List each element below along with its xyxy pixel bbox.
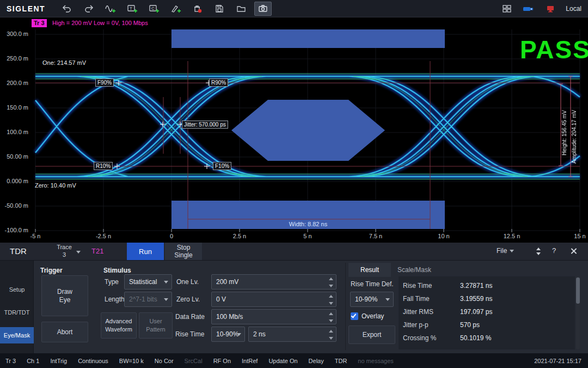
tab-eye-mask[interactable]: Eye/Mask [0,327,34,343]
x-tick-label: 15 n [564,233,588,239]
tab-setup[interactable]: Setup [0,281,34,298]
result-scrollbar-thumb[interactable] [576,277,580,304]
type-dropdown[interactable]: Statistical [124,274,172,289]
mask-region-top [171,29,445,48]
status-correction[interactable]: No Cor [155,358,174,364]
rise-time-label: Rise Time [175,327,204,342]
overlay-checkbox[interactable] [351,312,358,320]
result-row: Jitter RMS197.097 ps [399,306,575,319]
trace-add-button[interactable]: T [124,2,141,16]
network-status-icon [545,4,556,14]
status-trace[interactable]: Tr 3 [5,358,16,364]
chevron-down-icon [237,333,241,336]
undo-icon [62,4,72,14]
chevron-down-icon [76,251,81,254]
status-sweep[interactable]: Continuous [78,358,108,364]
rise-time-input[interactable]: 2 ns [248,327,336,342]
arrow-down-icon [536,252,541,255]
spinner-icon[interactable] [328,294,334,306]
draw-eye-button[interactable]: Draw Eye [41,275,88,316]
result-name: Rise Time [403,282,432,289]
result-row: Jitter p-p570 ps [399,319,575,332]
status-channel[interactable]: Ch 1 [27,358,39,364]
svg-text:T: T [130,6,132,11]
tab-tdr-tdt[interactable]: TDR/TDT [0,304,34,321]
abort-button[interactable]: Abort [41,322,88,342]
zero-level-value: 0 V [216,295,226,303]
x-tick-label: 5 n [291,233,324,239]
spinner-icon[interactable] [328,276,334,288]
close-panel-button[interactable] [569,246,578,255]
trace-add-icon: T [127,4,138,14]
status-update[interactable]: Update On [268,358,297,364]
spinner-icon[interactable] [328,329,334,341]
status-delay[interactable]: Delay [309,358,324,364]
trace-badge[interactable]: Tr 3 [32,19,47,27]
result-rise-time-def-value: 10-90% [355,295,377,303]
rise-time-def-dropdown[interactable]: 10-90% [211,327,245,342]
rise-time-def-value: 10-90% [216,330,238,338]
status-bandwidth[interactable]: BW=10 k [119,358,144,364]
stimulus-section-title: Stimulus [103,267,131,274]
panel-side-tabs: Setup TDR/TDT Eye/Mask [0,261,34,353]
trace-tag-label: T21 [91,247,103,255]
r90-marker-label: R90% [209,79,228,87]
top-toolbar: SIGLENT T C Local [0,0,588,17]
x-tick-label: -5 n [19,233,52,239]
display-layout-button[interactable] [498,2,516,16]
status-mode[interactable]: TDR [335,358,347,364]
result-rise-time-def-dropdown[interactable]: 10-90% [350,292,394,307]
file-menu-button[interactable]: File [497,247,514,255]
panel-resize-button[interactable] [535,246,542,257]
r10-marker-label: R10% [94,162,113,170]
open-file-button[interactable] [232,2,250,16]
export-button[interactable]: Export [348,325,395,344]
y-tick-label: 200.0 m [0,80,28,86]
eye-height-annotation: Height: 156.45 mV [561,95,567,155]
result-value: 50.1019 % [460,334,491,342]
toolbar-right-group: Local [496,2,588,16]
redo-button[interactable] [80,2,97,16]
run-button[interactable]: Run [127,243,164,260]
screenshot-button[interactable] [254,2,272,16]
checkmark-icon [351,312,357,318]
tab-result[interactable]: Result [348,263,391,277]
local-mode-label[interactable]: Local [566,5,581,13]
advanced-waveform-button[interactable]: Advanced Waveform [101,312,137,339]
mask-regions [171,29,445,229]
trigger-section-title: Trigger [40,267,63,274]
one-level-label: One Lv. [176,274,199,289]
help-button[interactable]: ? [552,246,556,255]
eye-amplitude-annotation: Amplitude: 204.17 mV [571,93,577,164]
status-ref[interactable]: IntRef [242,358,258,364]
x-tick-label: 10 n [427,233,460,239]
usb-device-icon [522,4,535,14]
jitter-annotation: Jitter: 570.000 ps [182,120,228,129]
zero-level-input[interactable]: 0 V [211,292,336,307]
zero-level-annotation: Zero: 10.40 mV [35,182,76,189]
spinner-icon[interactable] [328,311,334,323]
result-value: 570 ps [460,321,480,329]
usb-device-button[interactable] [520,2,537,16]
user-pattern-button[interactable]: User Pattern [139,312,173,339]
tab-scale-mask[interactable]: Scale/Mask [392,263,437,277]
chevron-down-icon [385,298,390,301]
status-srccal[interactable]: SrcCal [185,358,203,364]
data-rate-input[interactable]: 100 Mb/s [211,309,336,324]
save-file-button[interactable] [211,2,228,16]
status-trigger[interactable]: IntTrig [50,358,67,364]
overlay-label: Overlay [362,312,384,320]
length-dropdown[interactable]: 2^7-1 bits [124,292,172,307]
stop-single-button[interactable]: Stop Single [165,243,202,260]
one-level-input[interactable]: 200 mV [211,274,336,289]
trace-selector[interactable]: Trace 3 [47,243,82,260]
channel-add-button[interactable]: C [145,2,163,16]
arrow-up-icon [536,248,541,250]
delete-trace-button[interactable] [189,2,206,16]
result-value: 3.19559 ns [460,295,492,303]
network-status-button[interactable] [542,2,559,16]
waveform-add-button[interactable] [102,2,119,16]
undo-button[interactable] [58,2,76,16]
probe-setup-button[interactable] [167,2,185,16]
status-rf[interactable]: RF On [213,358,231,364]
